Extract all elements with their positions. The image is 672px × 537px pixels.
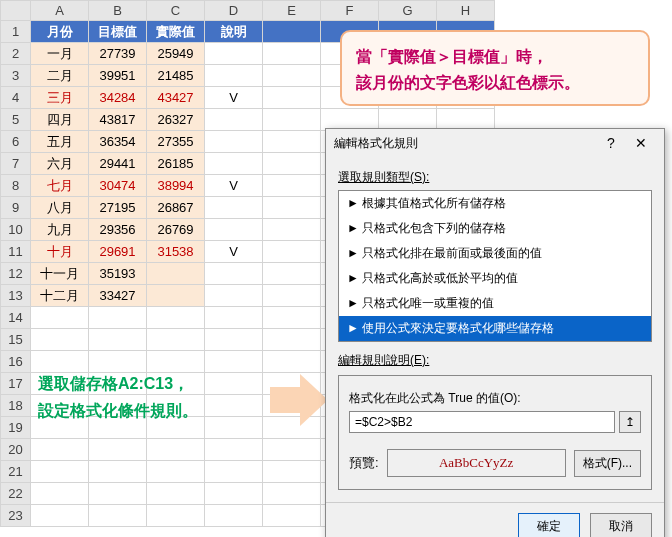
cell[interactable]: 八月 — [31, 197, 89, 219]
cell[interactable]: 27195 — [89, 197, 147, 219]
cell[interactable]: 一月 — [31, 43, 89, 65]
cell[interactable] — [263, 351, 321, 373]
row-6[interactable]: 6 — [1, 131, 31, 153]
row-8[interactable]: 8 — [1, 175, 31, 197]
cell[interactable] — [89, 483, 147, 505]
cell[interactable] — [263, 439, 321, 461]
cell[interactable] — [205, 65, 263, 87]
cell[interactable] — [89, 461, 147, 483]
cell[interactable]: 九月 — [31, 219, 89, 241]
cell[interactable] — [31, 329, 89, 351]
cell[interactable]: 目標值 — [89, 21, 147, 43]
cell[interactable] — [147, 263, 205, 285]
cell[interactable] — [205, 131, 263, 153]
row-2[interactable]: 2 — [1, 43, 31, 65]
rule-option-selected[interactable]: ► 使用公式來決定要格式化哪些儲存格 — [339, 316, 651, 341]
col-C[interactable]: C — [147, 1, 205, 21]
range-picker-button[interactable]: ↥ — [619, 411, 641, 433]
cell[interactable] — [89, 307, 147, 329]
cancel-button[interactable]: 取消 — [590, 513, 652, 537]
row-3[interactable]: 3 — [1, 65, 31, 87]
cell[interactable]: 27355 — [147, 131, 205, 153]
cell[interactable] — [263, 197, 321, 219]
col-F[interactable]: F — [321, 1, 379, 21]
cell[interactable] — [263, 241, 321, 263]
cell[interactable] — [263, 153, 321, 175]
cell[interactable] — [263, 285, 321, 307]
cell[interactable] — [205, 219, 263, 241]
cell[interactable]: 39951 — [89, 65, 147, 87]
cell[interactable]: 六月 — [31, 153, 89, 175]
cell[interactable]: 月份 — [31, 21, 89, 43]
close-button[interactable]: ✕ — [626, 135, 656, 151]
cell[interactable] — [263, 43, 321, 65]
cell[interactable]: 30474 — [89, 175, 147, 197]
cell[interactable]: 26185 — [147, 153, 205, 175]
cell[interactable] — [205, 439, 263, 461]
cell[interactable]: 21485 — [147, 65, 205, 87]
cell[interactable] — [89, 329, 147, 351]
row-18[interactable]: 18 — [1, 395, 31, 417]
cell[interactable] — [263, 483, 321, 505]
cell[interactable] — [147, 329, 205, 351]
col-D[interactable]: D — [205, 1, 263, 21]
cell[interactable]: 十一月 — [31, 263, 89, 285]
col-H[interactable]: H — [437, 1, 495, 21]
cell[interactable] — [263, 263, 321, 285]
cell[interactable] — [89, 505, 147, 527]
cell[interactable]: 38994 — [147, 175, 205, 197]
rule-option[interactable]: ► 只格式化包含下列的儲存格 — [339, 216, 651, 241]
cell[interactable]: V — [205, 175, 263, 197]
cell[interactable]: 三月 — [31, 87, 89, 109]
format-button[interactable]: 格式(F)... — [574, 450, 641, 477]
rule-option[interactable]: ► 只格式化排在最前面或最後面的值 — [339, 241, 651, 266]
row-5[interactable]: 5 — [1, 109, 31, 131]
cell[interactable]: 29441 — [89, 153, 147, 175]
cell[interactable] — [31, 483, 89, 505]
cell[interactable]: 實際值 — [147, 21, 205, 43]
cell[interactable]: 34284 — [89, 87, 147, 109]
row-15[interactable]: 15 — [1, 329, 31, 351]
cell[interactable]: 26867 — [147, 197, 205, 219]
rule-type-list[interactable]: ► 根據其值格式化所有儲存格 ► 只格式化包含下列的儲存格 ► 只格式化排在最前… — [338, 190, 652, 342]
row-9[interactable]: 9 — [1, 197, 31, 219]
row-1[interactable]: 1 — [1, 21, 31, 43]
ok-button[interactable]: 確定 — [518, 513, 580, 537]
cell[interactable] — [205, 109, 263, 131]
cell[interactable] — [205, 417, 263, 439]
cell[interactable] — [263, 219, 321, 241]
cell[interactable]: 七月 — [31, 175, 89, 197]
cell[interactable] — [147, 483, 205, 505]
cell[interactable] — [147, 461, 205, 483]
cell[interactable] — [147, 439, 205, 461]
cell[interactable]: 說明 — [205, 21, 263, 43]
cell[interactable]: V — [205, 87, 263, 109]
row-7[interactable]: 7 — [1, 153, 31, 175]
cell[interactable] — [205, 395, 263, 417]
cell[interactable] — [205, 351, 263, 373]
cell[interactable]: 十二月 — [31, 285, 89, 307]
col-B[interactable]: B — [89, 1, 147, 21]
cell[interactable]: 四月 — [31, 109, 89, 131]
row-17[interactable]: 17 — [1, 373, 31, 395]
cell[interactable] — [263, 21, 321, 43]
rule-option[interactable]: ► 只格式化唯一或重複的值 — [339, 291, 651, 316]
cell[interactable] — [147, 307, 205, 329]
cell[interactable]: V — [205, 241, 263, 263]
cell[interactable] — [263, 329, 321, 351]
col-G[interactable]: G — [379, 1, 437, 21]
cell[interactable] — [263, 109, 321, 131]
cell[interactable] — [205, 461, 263, 483]
cell[interactable] — [205, 43, 263, 65]
help-button[interactable]: ? — [596, 135, 626, 151]
cell[interactable]: 五月 — [31, 131, 89, 153]
cell[interactable]: 31538 — [147, 241, 205, 263]
cell[interactable]: 二月 — [31, 65, 89, 87]
cell[interactable] — [31, 461, 89, 483]
cell[interactable] — [205, 505, 263, 527]
cell[interactable] — [263, 65, 321, 87]
row-4[interactable]: 4 — [1, 87, 31, 109]
cell[interactable] — [147, 285, 205, 307]
cell[interactable] — [263, 505, 321, 527]
cell[interactable] — [205, 263, 263, 285]
